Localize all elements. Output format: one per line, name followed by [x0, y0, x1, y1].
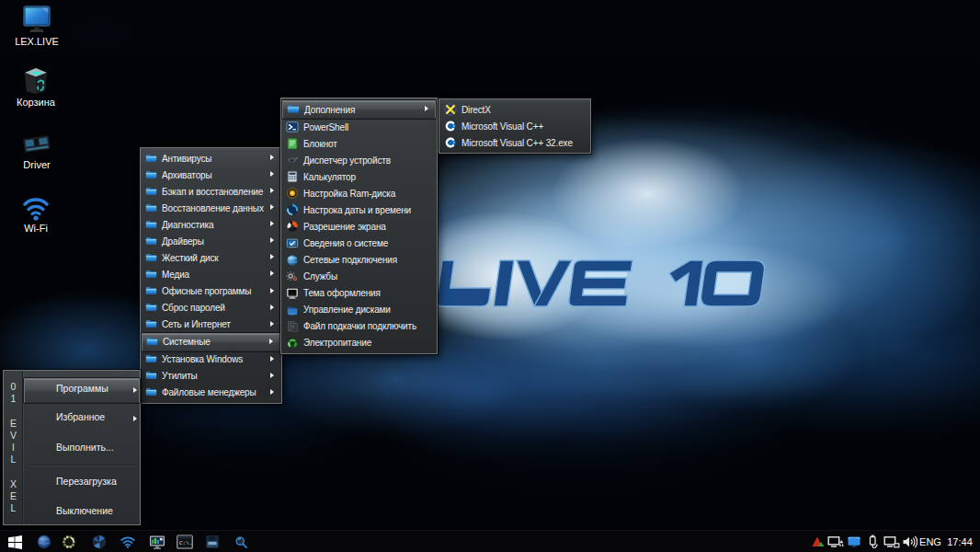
- svg-text:C:\.: C:\.: [179, 540, 192, 546]
